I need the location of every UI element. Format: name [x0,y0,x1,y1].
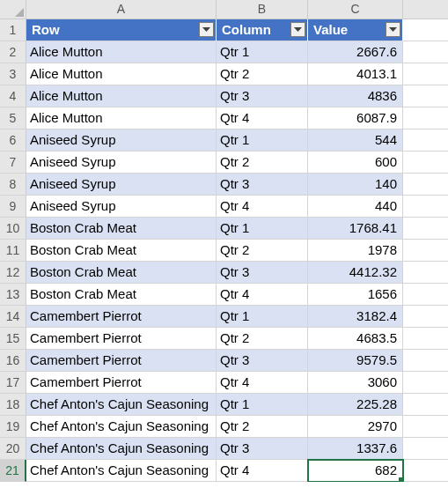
cell-D5[interactable] [403,107,448,129]
cell-A18[interactable]: Chef Anton's Cajun Seasoning [26,394,217,416]
cell-B15[interactable]: Qtr 2 [217,328,308,350]
cell-B21[interactable]: Qtr 4 [217,460,308,482]
cell-A5[interactable]: Alice Mutton [26,107,217,129]
cell-C2[interactable]: 2667.6 [308,41,403,63]
cell-A12[interactable]: Boston Crab Meat [26,262,217,284]
row-header-4[interactable]: 4 [0,85,26,107]
row-header-6[interactable]: 6 [0,129,26,152]
cell-B10[interactable]: Qtr 1 [217,218,308,240]
cell-D18[interactable] [403,394,448,416]
cell-A20[interactable]: Chef Anton's Cajun Seasoning [26,438,217,460]
cell-A3[interactable]: Alice Mutton [26,63,217,85]
cell-D6[interactable] [403,129,448,152]
cell-C5[interactable]: 6087.9 [308,107,403,129]
cell-B6[interactable]: Qtr 1 [217,129,308,152]
row-header-12[interactable]: 12 [0,262,26,284]
column-header-A[interactable]: A [26,0,217,19]
column-header-D[interactable] [403,0,448,19]
cell-D11[interactable] [403,240,448,262]
row-header-2[interactable]: 2 [0,41,26,63]
row-header-17[interactable]: 17 [0,372,26,394]
cell-C6[interactable]: 544 [308,129,403,152]
cell-D12[interactable] [403,262,448,284]
cell-D16[interactable] [403,350,448,372]
cell-C17[interactable]: 3060 [308,372,403,394]
row-header-13[interactable]: 13 [0,284,26,306]
cell-B2[interactable]: Qtr 1 [217,41,308,63]
row-header-1[interactable]: 1 [0,19,26,41]
cell-A19[interactable]: Chef Anton's Cajun Seasoning [26,416,217,438]
cell-D20[interactable] [403,438,448,460]
cell-A7[interactable]: Aniseed Syrup [26,152,217,174]
cell-D17[interactable] [403,372,448,394]
cell-A6[interactable]: Aniseed Syrup [26,129,217,152]
cell-B16[interactable]: Qtr 3 [217,350,308,372]
cell-B8[interactable]: Qtr 3 [217,174,308,196]
cell-D4[interactable] [403,85,448,107]
cell-A11[interactable]: Boston Crab Meat [26,240,217,262]
cell-C8[interactable]: 140 [308,174,403,196]
cell-D8[interactable] [403,174,448,196]
row-header-5[interactable]: 5 [0,107,26,129]
cell-B4[interactable]: Qtr 3 [217,85,308,107]
cell-A9[interactable]: Aniseed Syrup [26,196,217,218]
cell-C16[interactable]: 9579.5 [308,350,403,372]
row-header-14[interactable]: 14 [0,306,26,328]
table-header-row[interactable]: Row [26,19,217,41]
cell-A2[interactable]: Alice Mutton [26,41,217,63]
row-header-16[interactable]: 16 [0,350,26,372]
cell-B9[interactable]: Qtr 4 [217,196,308,218]
row-header-8[interactable]: 8 [0,174,26,196]
cell-D21[interactable] [403,460,448,482]
cell-A21[interactable]: Chef Anton's Cajun Seasoning [26,460,217,482]
cell-C14[interactable]: 3182.4 [308,306,403,328]
cell-D15[interactable] [403,328,448,350]
cell-C15[interactable]: 4683.5 [308,328,403,350]
cell-B18[interactable]: Qtr 1 [217,394,308,416]
cell-A14[interactable]: Camembert Pierrot [26,306,217,328]
cell-A8[interactable]: Aniseed Syrup [26,174,217,196]
cell-C10[interactable]: 1768.41 [308,218,403,240]
cell-B3[interactable]: Qtr 2 [217,63,308,85]
cell-C21[interactable]: 682 [308,460,403,482]
cell-D10[interactable] [403,218,448,240]
cell-C9[interactable]: 440 [308,196,403,218]
select-all-button[interactable] [0,0,26,19]
cell-C13[interactable]: 1656 [308,284,403,306]
cell-B12[interactable]: Qtr 3 [217,262,308,284]
row-header-21[interactable]: 21 [0,460,26,482]
cell-C4[interactable]: 4836 [308,85,403,107]
cell-B13[interactable]: Qtr 4 [217,284,308,306]
cell-C18[interactable]: 225.28 [308,394,403,416]
cell-D14[interactable] [403,306,448,328]
cell-B7[interactable]: Qtr 2 [217,152,308,174]
cell-C3[interactable]: 4013.1 [308,63,403,85]
cell-D13[interactable] [403,284,448,306]
cell-C11[interactable]: 1978 [308,240,403,262]
row-header-19[interactable]: 19 [0,416,26,438]
cell-B14[interactable]: Qtr 1 [217,306,308,328]
cell-A10[interactable]: Boston Crab Meat [26,218,217,240]
cell-B19[interactable]: Qtr 2 [217,416,308,438]
cell-C19[interactable]: 2970 [308,416,403,438]
column-header-B[interactable]: B [217,0,308,19]
row-header-11[interactable]: 11 [0,240,26,262]
row-header-3[interactable]: 3 [0,63,26,85]
cell-A17[interactable]: Camembert Pierrot [26,372,217,394]
table-header-column[interactable]: Column [217,19,308,41]
cell-D2[interactable] [403,41,448,63]
cell-B17[interactable]: Qtr 4 [217,372,308,394]
cell-D1[interactable] [403,19,448,41]
cell-C12[interactable]: 4412.32 [308,262,403,284]
row-header-18[interactable]: 18 [0,394,26,416]
row-header-20[interactable]: 20 [0,438,26,460]
row-header-9[interactable]: 9 [0,196,26,218]
filter-button-column[interactable] [290,22,305,37]
cell-B5[interactable]: Qtr 4 [217,107,308,129]
cell-C20[interactable]: 1337.6 [308,438,403,460]
cell-A13[interactable]: Boston Crab Meat [26,284,217,306]
cell-C7[interactable]: 600 [308,152,403,174]
row-header-15[interactable]: 15 [0,328,26,350]
cell-A4[interactable]: Alice Mutton [26,85,217,107]
row-header-10[interactable]: 10 [0,218,26,240]
